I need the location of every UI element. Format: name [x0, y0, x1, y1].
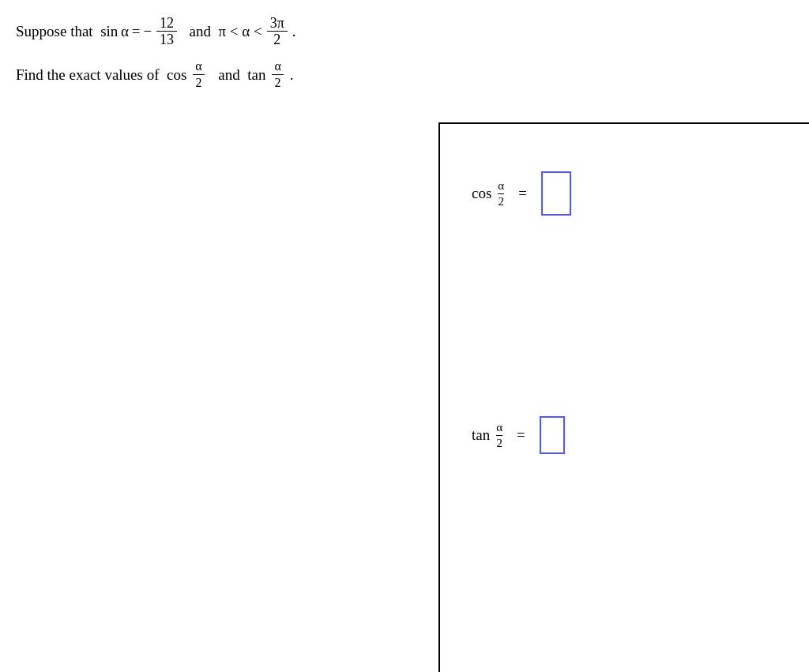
page: Suppose that sin α = − 12 13 and π < α <…	[0, 0, 809, 672]
tan-alpha-symbol: α	[496, 421, 502, 434]
cos-alpha-fraction: α 2	[498, 179, 504, 208]
period2: .	[290, 66, 294, 84]
tan-two-symbol: 2	[496, 437, 502, 450]
numerator-3pi: 3π	[267, 16, 288, 32]
tan-alpha-fraction: α 2	[496, 421, 502, 449]
cos-label: cos	[472, 185, 491, 202]
tan-alpha-num: α	[272, 59, 283, 75]
cos-alpha-over-2-label: α 2	[193, 59, 204, 90]
find-prefix: Find the exact values of cos	[16, 66, 186, 84]
fraction-12-13: 12 13	[156, 16, 177, 47]
tan-equals: =	[517, 426, 525, 444]
problem-line2: Find the exact values of cos α 2 and tan…	[16, 59, 793, 90]
denominator-2a: 2	[270, 32, 284, 47]
problem-prefix: Suppose that sin α = −	[16, 23, 152, 40]
tan-label: tan	[472, 426, 490, 444]
cos-expression: cos α 2	[472, 179, 504, 208]
cos-alpha-num: α	[193, 59, 204, 75]
tan-answer-row: tan α 2 =	[472, 416, 565, 454]
period1: .	[292, 23, 296, 40]
answer-panel: cos α 2 = tan α 2 =	[438, 122, 809, 672]
problem-statement: Suppose that sin α = − 12 13 and π < α <…	[16, 16, 793, 90]
cos-equals: =	[518, 185, 527, 202]
tan-expression: tan α 2	[472, 421, 502, 449]
numerator-12: 12	[156, 16, 177, 32]
cos-answer-input[interactable]	[541, 171, 571, 216]
find-middle: and tan	[211, 66, 266, 84]
cos-alpha-den: 2	[194, 75, 205, 90]
tan-fraction-bar	[496, 435, 502, 436]
tan-alpha-den: 2	[273, 75, 284, 90]
problem-middle: and π < α <	[182, 23, 262, 40]
cos-fraction-bar	[498, 193, 504, 194]
tan-answer-input[interactable]	[540, 416, 565, 454]
fraction-3pi-2: 3π 2	[267, 16, 288, 47]
denominator-13: 13	[156, 32, 177, 47]
cos-alpha-symbol: α	[498, 179, 504, 193]
problem-line1: Suppose that sin α = − 12 13 and π < α <…	[16, 16, 793, 47]
cos-answer-row: cos α 2 =	[472, 171, 571, 216]
tan-alpha-over-2-label: α 2	[272, 59, 283, 90]
cos-two-symbol: 2	[499, 195, 505, 208]
